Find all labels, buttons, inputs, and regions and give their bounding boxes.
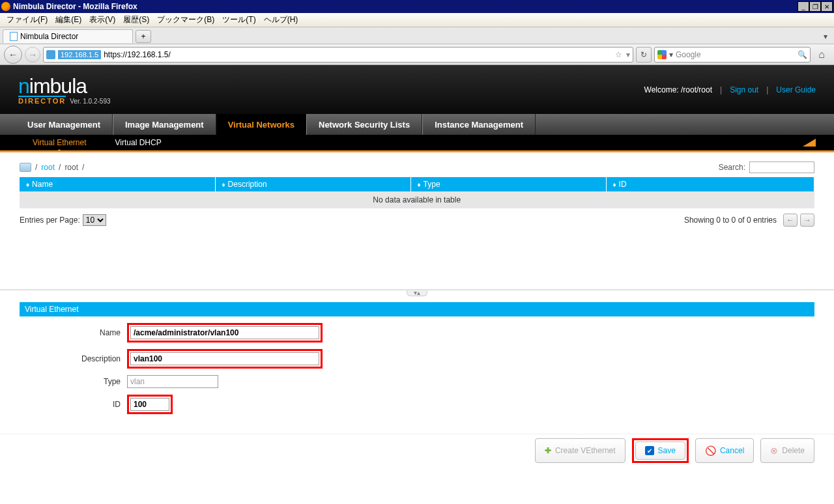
plus-icon: ✚ (545, 446, 551, 455)
desc-label: Description (20, 354, 127, 363)
delete-icon: ⊗ (770, 445, 778, 456)
search-label: Search: (719, 163, 745, 172)
nav-virtual-networks[interactable]: Virtual Networks (216, 114, 306, 135)
col-name[interactable]: ♦Name (20, 177, 215, 191)
nav-user-management[interactable]: User Management (16, 114, 113, 135)
form-section: Virtual Ethernet Name Description Type I… (0, 296, 834, 434)
logo-version: Ver. 1.0.2-593 (70, 98, 110, 105)
content-area: / root / root / Search: ♦Name ♦Descripti… (0, 152, 834, 231)
entries-label: Entries per Page: (20, 216, 80, 225)
cancel-button[interactable]: 🚫 Cancel (695, 438, 754, 463)
forward-button[interactable]: → (25, 47, 40, 63)
menu-history[interactable]: 履歴(S) (119, 13, 153, 27)
col-type[interactable]: ♦Type (410, 177, 606, 191)
search-input[interactable] (749, 161, 814, 173)
menu-help[interactable]: ヘルプ(H) (260, 13, 302, 27)
showing-text: Showing 0 to 0 of 0 entries (684, 216, 777, 225)
minimize-button[interactable]: _ (798, 1, 809, 12)
subnav-virtual-ethernet[interactable]: Virtual Ethernet (18, 135, 101, 150)
nav-image-management[interactable]: Image Management (113, 114, 216, 135)
data-table: ♦Name ♦Description ♦Type ♦ID No data ava… (20, 177, 814, 208)
menubar: ファイル(F) 編集(E) 表示(V) 履歴(S) ブックマーク(B) ツール(… (0, 13, 834, 27)
window-titlebar: Nimbula Director - Mozilla Firefox _ ❐ ✕ (0, 0, 834, 13)
url-input[interactable]: 192.168.1.5 https://192.168.1.5/ ☆ ▾ (43, 47, 633, 63)
maximize-button[interactable]: ❐ (809, 1, 821, 12)
delete-button[interactable]: ⊗ Delete (760, 438, 814, 463)
reload-button[interactable]: ↻ (636, 47, 652, 63)
tab-dropdown[interactable]: ▾ (820, 32, 831, 41)
table-footer: Entries per Page: 10 Showing 0 to 0 of 0… (20, 214, 814, 227)
logo-n: n (18, 74, 29, 98)
search-icon[interactable]: 🔍 (798, 50, 807, 59)
menu-bookmarks[interactable]: ブックマーク(B) (153, 13, 218, 27)
id-input[interactable] (130, 398, 169, 411)
col-id[interactable]: ♦ID (606, 177, 814, 191)
urlbar: ← → 192.168.1.5 https://192.168.1.5/ ☆ ▾… (0, 44, 834, 65)
menu-view[interactable]: 表示(V) (85, 13, 119, 27)
main-nav: User Management Image Management Virtual… (0, 114, 834, 135)
type-input (127, 375, 218, 388)
form-header: Virtual Ethernet (20, 302, 814, 316)
splitter-handle-icon[interactable]: ▾▴ (407, 290, 427, 296)
signout-link[interactable]: Sign out (730, 85, 758, 94)
page-icon (10, 32, 18, 41)
url-host-badge: 192.168.1.5 (58, 50, 101, 59)
folder-icon[interactable] (20, 163, 31, 172)
no-data-row: No data available in table (20, 191, 814, 208)
id-label: ID (20, 400, 127, 409)
sub-nav: Virtual Ethernet Virtual DHCP (0, 135, 834, 152)
google-icon (657, 50, 667, 59)
search-box[interactable]: ▾ Google 🔍 (654, 47, 811, 63)
window-title: Nimbula Director - Mozilla Firefox (13, 2, 137, 11)
site-favicon (46, 50, 55, 59)
check-icon: ✔ (645, 446, 654, 455)
logo: nimbula DIRECTOR Ver. 1.0.2-593 (18, 74, 111, 105)
sort-icon: ♦ (26, 181, 29, 188)
sort-icon: ♦ (222, 181, 225, 188)
search-placeholder: Google (676, 50, 701, 59)
breadcrumb: / root / root / Search: (20, 161, 814, 173)
name-input[interactable] (130, 326, 319, 339)
close-button[interactable]: ✕ (821, 1, 833, 12)
breadcrumb-root2: root (65, 163, 78, 172)
entries-select[interactable]: 10 (83, 214, 106, 226)
tab-title: Nimbula Director (20, 32, 78, 41)
back-button[interactable]: ← (4, 46, 22, 64)
userguide-link[interactable]: User Guide (776, 85, 816, 94)
url-text: https://192.168.1.5/ (104, 50, 171, 59)
menu-edit[interactable]: 編集(E) (51, 13, 85, 27)
description-input[interactable] (130, 352, 319, 365)
action-bar: ✚ Create VEthernet ✔ Save 🚫 Cancel ⊗ Del… (0, 434, 834, 467)
breadcrumb-root1[interactable]: root (41, 163, 55, 172)
name-label: Name (20, 328, 127, 337)
subnav-virtual-dhcp[interactable]: Virtual DHCP (101, 135, 176, 150)
tabbar: Nimbula Director + ▾ (0, 27, 834, 44)
save-button[interactable]: ✔ Save (635, 441, 685, 460)
pager-next[interactable]: → (800, 214, 814, 227)
sort-icon: ♦ (613, 181, 616, 188)
bookmark-star-icon[interactable]: ☆ (615, 50, 622, 59)
pager-prev[interactable]: ← (783, 214, 798, 227)
col-description[interactable]: ♦Description (215, 177, 410, 191)
cancel-icon: 🚫 (705, 445, 716, 456)
logo-director: DIRECTOR (18, 96, 66, 105)
welcome-text: Welcome: /root/root (644, 85, 712, 94)
app-header: nimbula DIRECTOR Ver. 1.0.2-593 Welcome:… (0, 65, 834, 114)
search-dropdown[interactable]: ▾ (669, 50, 673, 59)
tab-nimbula[interactable]: Nimbula Director (3, 29, 133, 43)
url-dropdown[interactable]: ▾ (626, 50, 630, 59)
new-tab-button[interactable]: + (136, 30, 151, 43)
logo-imbula: imbula (29, 74, 87, 98)
subnav-corner (803, 139, 816, 147)
create-vethernet-button[interactable]: ✚ Create VEthernet (535, 438, 626, 463)
sort-icon: ♦ (418, 181, 421, 188)
menu-tools[interactable]: ツール(T) (218, 13, 259, 27)
nav-network-security[interactable]: Network Security Lists (306, 114, 422, 135)
firefox-icon (1, 2, 10, 11)
home-button[interactable]: ⌂ (813, 47, 830, 63)
splitter[interactable]: ▾▴ (0, 289, 834, 296)
nav-instance-management[interactable]: Instance Management (422, 114, 536, 135)
type-label: Type (20, 377, 127, 386)
menu-file[interactable]: ファイル(F) (3, 13, 51, 27)
